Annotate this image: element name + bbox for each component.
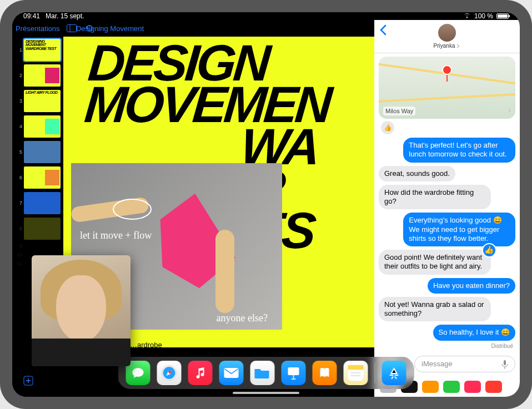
message-input[interactable]: iMessage [414,356,515,372]
tapback-thumbs-up[interactable]: 👍 [482,243,496,257]
dock-music-icon[interactable] [188,361,213,385]
handwriting-annotation: anyone else? [217,312,268,324]
dictation-button[interactable] [499,359,510,370]
message-bubble-sent[interactable]: That's perfect! Let's go after lunch tom… [403,138,515,163]
slide-thumbnail[interactable] [24,141,61,163]
keynote-toolbar: Présentations Designing Movement [12,20,374,37]
slide-thumbnail[interactable] [24,166,61,189]
dock-files-icon[interactable] [250,361,275,385]
sidebar-toggle-icon[interactable] [66,22,78,34]
message-bubble-received[interactable]: Great, sounds good. [379,166,455,181]
presentations-back-button[interactable]: Présentations [16,24,60,33]
messages-app: Priyanka Milos Way › 👍 That's perfect! L… [374,20,520,397]
home-indicator[interactable] [233,392,299,394]
status-bar: 09:41 Mar. 15 sept. 100 % [12,12,520,20]
slide-thumbnail[interactable]: DESIGNING MOVEMENT WARDROBE TEST [24,39,61,61]
chevron-right-icon [456,44,460,48]
contact-avatar[interactable] [438,24,456,42]
facetime-pip[interactable] [32,255,131,366]
message-bubble-received[interactable]: Not yet! Wanna grab a salad or something… [379,297,491,322]
dock-keynote-icon[interactable] [282,361,306,385]
svg-rect-6 [504,360,506,365]
tapback-thumbs-up[interactable]: 👍 [381,121,394,134]
slide-thumbnail[interactable]: LIGHT AIRY FLOOD [24,90,61,112]
map-location-label: Milos Way [383,107,415,115]
message-bubble-sent[interactable]: Have you eaten dinner? [428,278,515,294]
svg-point-2 [113,199,151,219]
dock-books-icon[interactable] [313,361,337,385]
imessage-app-icon[interactable] [464,381,481,393]
message-bubble-received[interactable]: Good point! We definitely want their out… [379,250,491,275]
imessage-app-icon[interactable] [443,381,460,393]
location-attachment[interactable]: Milos Way › [379,57,515,119]
messages-thread[interactable]: Milos Way › 👍 That's perfect! Let's go a… [374,53,520,352]
slide-thumbnail[interactable] [24,64,61,87]
slide-thumbnail[interactable] [24,218,61,240]
dock-appstore-icon[interactable] [382,361,406,385]
map-pin-icon [442,65,452,82]
contact-name[interactable]: Priyanka [434,43,461,49]
status-time: 09:41 [23,12,40,20]
chevron-right-icon: › [508,105,511,114]
svg-rect-12 [348,365,364,370]
back-button[interactable] [379,24,387,39]
handwriting-annotation: let it move + flow [80,230,152,241]
delivered-label: Distribué [491,343,513,349]
ipad-frame: 09:41 Mar. 15 sept. 100 % Présentations [0,0,532,409]
slide-thumbnail[interactable] [24,192,61,214]
screen: 09:41 Mar. 15 sept. 100 % Présentations [12,12,520,397]
battery-percent: 100 % [474,12,493,20]
svg-rect-10 [288,367,299,375]
dock-mail-icon[interactable] [219,361,244,385]
add-slide-button[interactable] [22,375,34,387]
battery-icon [496,13,509,19]
message-bubble-received[interactable]: How did the wardrobe fitting go? [379,185,491,210]
message-bubble-sent[interactable]: Everything's looking good 😄 We might nee… [403,213,515,246]
svg-rect-0 [67,25,76,32]
dock-divider [375,362,375,383]
dock-notes-icon[interactable] [344,361,368,385]
dock [118,357,414,389]
svg-rect-9 [224,368,239,378]
message-bubble-sent[interactable]: So healthy, I love it 😄 [433,325,516,340]
status-date: Mar. 15 sept. [46,12,84,20]
imessage-app-icon[interactable] [485,381,502,393]
messages-header: Priyanka [374,20,520,53]
undo-icon[interactable] [83,22,96,34]
slide-thumbnail[interactable] [24,115,61,138]
imessage-app-icon[interactable] [422,381,439,393]
wifi-icon [463,12,471,20]
dock-safari-icon[interactable] [157,361,182,385]
